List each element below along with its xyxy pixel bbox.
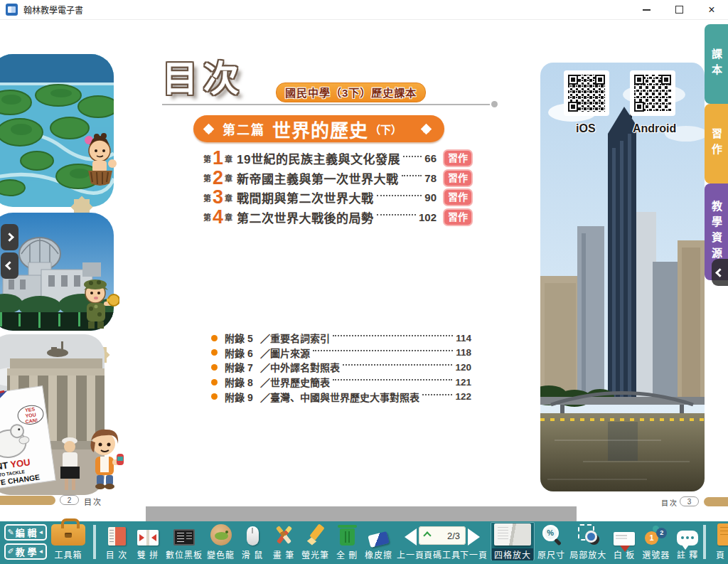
toolbar-separator bbox=[703, 525, 706, 559]
dotted-leader bbox=[343, 364, 452, 366]
toolbar-item-whiteboard[interactable]: 白 板 bbox=[609, 522, 639, 560]
close-button[interactable]: × bbox=[695, 0, 728, 20]
maximize-icon bbox=[675, 6, 683, 14]
mascot-soldier bbox=[77, 273, 119, 333]
pencil-icon: ✎ bbox=[8, 528, 14, 537]
dotted-leader bbox=[313, 350, 453, 351]
maximize-button[interactable] bbox=[663, 0, 695, 20]
chapter-prefix: 第 bbox=[203, 211, 211, 223]
zoomregion-icon bbox=[577, 524, 599, 546]
dotted-leader bbox=[422, 394, 452, 395]
section-part: 第二篇 bbox=[223, 119, 265, 138]
bullet-dot-icon bbox=[211, 349, 218, 356]
qr-label-ios: iOS bbox=[576, 122, 596, 135]
teach-mode-button[interactable]: ✐ 教 學 ◄ bbox=[4, 543, 47, 560]
dotted-leader bbox=[377, 195, 422, 196]
chapter-prefix: 第 bbox=[203, 153, 211, 164]
mouse-icon bbox=[247, 526, 259, 546]
toolbar-item-toc[interactable]: 目 次 bbox=[102, 522, 132, 560]
chapter-number: 3 bbox=[213, 188, 223, 207]
toolbar-item-next-page[interactable]: 下一頁 bbox=[459, 522, 489, 560]
toolbar-item-number-picker[interactable]: 選號器 bbox=[641, 522, 671, 560]
chapter-number: 4 bbox=[213, 208, 223, 227]
toolbar-separator bbox=[93, 525, 96, 559]
minimize-icon bbox=[643, 9, 651, 11]
page-forward-arrow[interactable] bbox=[1, 224, 18, 250]
chapter-suffix: 章 bbox=[225, 153, 232, 164]
chapter-page-number: 90 bbox=[424, 191, 437, 203]
chapter-row[interactable]: 第 4 章 第二次世界大戰後的局勢 102 習作 bbox=[203, 208, 473, 228]
appendix-page-number: 122 bbox=[455, 391, 471, 402]
toolbar-item-annotation[interactable]: 註 釋 bbox=[673, 522, 702, 560]
chapter-title: 新帝國主義與第一次世界大戰 bbox=[237, 169, 399, 187]
qr-code-android bbox=[630, 70, 675, 116]
chapter-title: 19世紀的民族主義與文化發展 bbox=[237, 149, 400, 167]
diamond-icon bbox=[203, 123, 215, 134]
appendix-row[interactable]: 附錄 5 ／重要名詞索引 114 bbox=[211, 331, 471, 346]
appendix-title: ／臺灣、中國與世界歷史大事對照表 bbox=[260, 390, 419, 404]
chapter-prefix: 第 bbox=[203, 172, 211, 183]
edit-mode-label: 編 輯 bbox=[16, 526, 37, 539]
toolbar-item-four-grid-zoom[interactable]: 四格放大 bbox=[491, 522, 535, 560]
window-title: 翰林教學電子書 bbox=[23, 4, 83, 16]
chapter-title: 第二次世界大戰後的局勢 bbox=[237, 208, 374, 226]
appendix-row[interactable]: 附錄 9 ／臺灣、中國與世界歷史大事對照表 122 bbox=[211, 389, 471, 404]
toolbar-item-toolbox[interactable]: 工具箱 bbox=[51, 521, 85, 560]
mascot-reporter bbox=[85, 425, 127, 492]
toolbar-item-chameleon[interactable]: 變色龍 bbox=[205, 522, 236, 560]
page-back-arrow[interactable] bbox=[1, 252, 18, 279]
picker-icon bbox=[644, 523, 668, 546]
page-back-arrow-right[interactable] bbox=[712, 259, 728, 286]
appendix-row[interactable]: 附錄 6 ／圖片來源 118 bbox=[211, 346, 471, 361]
tab-textbook[interactable]: 課本 bbox=[705, 24, 728, 104]
chapter-number: 1 bbox=[213, 149, 223, 168]
appendix-label: 附錄 5 bbox=[225, 331, 260, 345]
appendix-label: 附錄 8 bbox=[225, 375, 260, 389]
workbook-badge-button[interactable]: 習作 bbox=[443, 208, 473, 226]
spread-icon bbox=[137, 530, 159, 546]
toolbar-item-highlighter[interactable]: 螢光筆 bbox=[300, 522, 331, 560]
toolbar-item-page-tool[interactable]: 2/3 頁碼工具 bbox=[427, 522, 457, 560]
eraser-icon bbox=[368, 531, 389, 548]
toolbar-item-pen[interactable]: 畫 筆 bbox=[269, 522, 299, 560]
chevron-up-icon bbox=[423, 531, 431, 539]
toolbar-item-eraser[interactable]: 橡皮擦 bbox=[363, 522, 394, 560]
chapter-row[interactable]: 第 3 章 戰間期與第二次世界大戰 90 習作 bbox=[203, 188, 473, 208]
note-icon bbox=[677, 531, 698, 546]
trash-icon bbox=[340, 528, 355, 546]
toolbar-item-region-zoom[interactable]: 局部放大 bbox=[568, 522, 608, 560]
footer-pill bbox=[704, 497, 728, 506]
workbook-badge-button[interactable]: 習作 bbox=[443, 169, 473, 187]
dotted-leader bbox=[377, 214, 416, 216]
footer-page-number: 2 bbox=[60, 495, 79, 505]
chapter-row[interactable]: 第 1 章 19世紀的民族主義與文化發展 66 習作 bbox=[203, 149, 473, 169]
toolbar-item-page-tabs[interactable]: 頁 籤 bbox=[712, 522, 728, 560]
footer-pill bbox=[0, 496, 55, 505]
toolbar-item-original-size[interactable]: 原尺寸 bbox=[536, 522, 567, 560]
app-window: 翰林教學電子書 × bbox=[0, 0, 728, 564]
chevron-right-icon bbox=[5, 233, 14, 242]
appendix-page-number: 114 bbox=[456, 333, 471, 344]
chapter-row[interactable]: 第 2 章 新帝國主義與第一次世界大戰 78 習作 bbox=[203, 169, 473, 188]
toolbox-label: 工具箱 bbox=[54, 548, 82, 560]
tab-workbook[interactable]: 習作 bbox=[705, 104, 728, 183]
horizontal-scrollbar[interactable] bbox=[146, 506, 577, 521]
workbook-badge-button[interactable]: 習作 bbox=[443, 149, 473, 167]
toolbar-item-dual-page[interactable]: 雙 拼 bbox=[133, 522, 163, 560]
edit-mode-button[interactable]: ✎ 編 輯 ◄ bbox=[4, 524, 47, 541]
toolbar-item-digital-blackboard[interactable]: 數位黑板 bbox=[164, 522, 204, 560]
appendix-row[interactable]: 附錄 7 ／中外譯名對照表 120 bbox=[211, 360, 471, 375]
chapter-suffix: 章 bbox=[225, 192, 232, 203]
app-book-icon bbox=[6, 4, 18, 16]
chapter-page-number: 102 bbox=[419, 211, 437, 223]
bottom-toolbar: ✎ 編 輯 ◄ ✐ 教 學 ◄ 工具箱 目 次 bbox=[0, 521, 728, 564]
chameleon-icon bbox=[210, 524, 232, 546]
toolbar-item-delete-all[interactable]: 全 刪 bbox=[332, 522, 362, 560]
chapter-number: 2 bbox=[213, 169, 223, 188]
toolbox-icon bbox=[51, 524, 85, 546]
appendix-row[interactable]: 附錄 8 ／世界歷史簡表 121 bbox=[211, 375, 471, 390]
appendix-label: 附錄 7 bbox=[225, 360, 260, 374]
minimize-button[interactable] bbox=[630, 0, 663, 20]
toolbar-item-mouse[interactable]: 滑 鼠 bbox=[237, 522, 267, 560]
workbook-badge-button[interactable]: 習作 bbox=[443, 188, 473, 206]
